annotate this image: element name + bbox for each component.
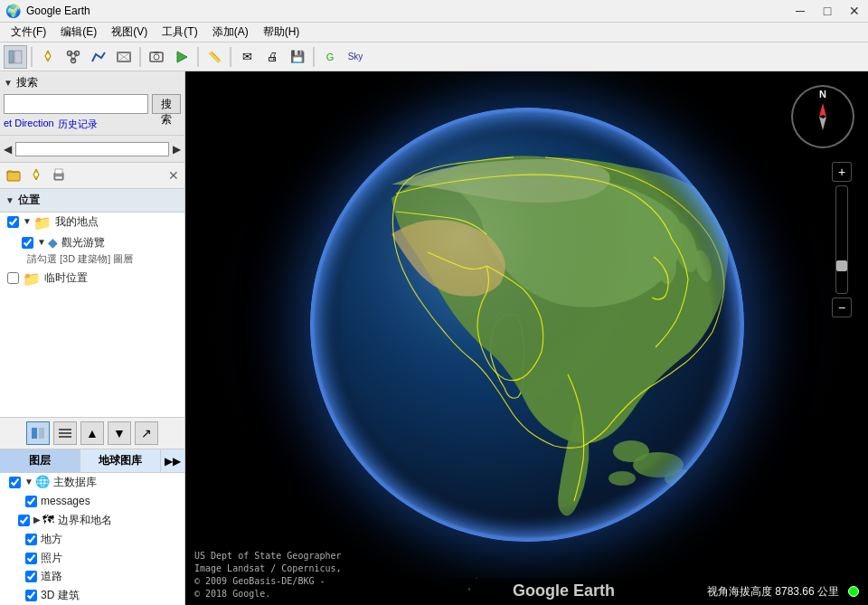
layer-roads-checkbox[interactable] — [25, 571, 37, 582]
layer-photos-label: 照片 — [41, 551, 62, 566]
compass-ring: N — [791, 85, 854, 148]
toolbar-btn-path[interactable] — [87, 45, 110, 69]
toolbar-btn-tour[interactable] — [170, 45, 193, 69]
toolbar-btn-measure[interactable]: 📏 — [203, 45, 226, 69]
menu-view[interactable]: 视图(V) — [104, 23, 155, 42]
places-view-button[interactable] — [26, 421, 50, 445]
titlebar-left: 🌍 Google Earth — [0, 4, 90, 18]
toolbar-btn-print[interactable]: 🖨 — [260, 45, 284, 69]
layer-messages[interactable]: messages — [0, 492, 184, 511]
layer-borders-checkbox[interactable] — [18, 515, 30, 526]
tour-expand-icon[interactable]: ▼ — [37, 237, 46, 247]
scroll-track[interactable] — [15, 142, 169, 156]
zoom-track[interactable] — [835, 185, 848, 294]
layer-places-label: 地方 — [41, 532, 62, 547]
menu-help[interactable]: 帮助(H) — [256, 23, 307, 42]
layer-roads[interactable]: 道路 — [0, 567, 184, 586]
menu-add[interactable]: 添加(A) — [205, 23, 256, 42]
get-direction-link[interactable]: et Direction — [4, 118, 54, 131]
toolbar-btn-save[interactable]: 💾 — [286, 45, 309, 69]
add-placemark-panel-button[interactable] — [26, 165, 46, 185]
zoom-in-button[interactable]: + — [832, 162, 852, 182]
search-header: ▼ 搜索 — [4, 75, 181, 90]
layers-content: ▼ 🌐 主数据库 messages ▶ 🗺 边界和地名 地方 — [0, 473, 184, 605]
panel-toggle-button[interactable] — [4, 45, 27, 69]
toolbar-btn-email[interactable]: ✉ — [235, 45, 259, 69]
scroll-right-button[interactable]: ▶ — [171, 141, 183, 157]
tour-item[interactable]: ▼ ◆ 觀光游覽 — [0, 233, 184, 252]
panel-close-button[interactable]: ✕ — [166, 168, 181, 183]
temp-item[interactable]: 📁 临时位置 — [0, 269, 184, 289]
svg-rect-1 — [14, 51, 22, 63]
print-panel-button[interactable] — [49, 165, 69, 185]
toolbar-btn-g2[interactable]: G — [318, 45, 342, 69]
svg-point-31 — [679, 495, 701, 507]
status-indicator-dot — [848, 586, 859, 597]
search-button[interactable]: 搜索 — [152, 94, 181, 114]
my-places-item[interactable]: ▼ 📁 我的地点 — [0, 213, 184, 233]
search-input[interactable] — [4, 94, 148, 114]
my-places-checkbox[interactable] — [7, 216, 19, 228]
navigation-compass[interactable]: N — [787, 80, 859, 153]
maximize-button[interactable]: □ — [814, 0, 841, 23]
svg-rect-24 — [59, 436, 71, 438]
globe[interactable] — [310, 108, 744, 542]
tour-checkbox[interactable] — [22, 237, 33, 249]
layer-places-checkbox[interactable] — [25, 534, 37, 545]
history-link[interactable]: 历史记录 — [58, 118, 98, 131]
toolbar-btn-polygon[interactable] — [61, 45, 85, 69]
temp-checkbox[interactable] — [7, 272, 19, 284]
layer-main-db-expand[interactable]: ▼ — [24, 477, 33, 487]
layer-borders[interactable]: ▶ 🗺 边界和地名 — [0, 511, 184, 530]
menu-edit[interactable]: 编辑(E) — [53, 23, 104, 42]
layer-3d-buildings-checkbox[interactable] — [25, 590, 37, 601]
svg-point-38 — [310, 108, 744, 542]
move-up-button[interactable]: ▲ — [80, 421, 104, 445]
menu-file[interactable]: 文件(F) — [4, 23, 53, 42]
layer-main-db-checkbox[interactable] — [9, 477, 21, 488]
svg-point-16 — [34, 173, 38, 176]
zoom-thumb[interactable] — [836, 260, 847, 271]
layer-borders-expand[interactable]: ▶ — [33, 515, 41, 525]
menu-tools[interactable]: 工具(T) — [155, 23, 204, 42]
new-folder-button[interactable] — [4, 165, 24, 185]
gallery-tab[interactable]: 地球图库 — [80, 449, 161, 472]
map-area[interactable]: N + − US Dept of State Geographer Image … — [185, 71, 868, 605]
list-view-button[interactable] — [53, 421, 77, 445]
my-places-folder-icon: 📁 — [33, 214, 52, 232]
toolbar-btn-overlay[interactable] — [112, 45, 136, 69]
svg-rect-20 — [32, 428, 37, 439]
search-collapse-arrow[interactable]: ▼ — [4, 78, 13, 88]
zoom-out-button[interactable]: − — [832, 298, 852, 317]
attribution-line-1: US Dept of State Geographer — [194, 550, 342, 562]
toolbar: 📏 ✉ 🖨 💾 G Sky — [0, 43, 868, 71]
layer-photos-checkbox[interactable] — [25, 553, 37, 564]
attribution-text: US Dept of State Geographer Image Landsa… — [194, 550, 342, 600]
layers-tab[interactable]: 图层 — [0, 449, 80, 472]
scroll-left-button[interactable]: ◀ — [2, 141, 14, 157]
expand-button[interactable]: ↗ — [135, 421, 158, 445]
move-down-button[interactable]: ▼ — [108, 421, 131, 445]
layers-expand-icon[interactable]: ▶▶ — [161, 451, 184, 471]
toolbar-sep-1 — [31, 47, 33, 67]
close-button[interactable]: ✕ — [841, 0, 868, 23]
layer-messages-label: messages — [41, 494, 90, 509]
search-label: 搜索 — [16, 75, 38, 90]
titlebar: 🌍 Google Earth ─ □ ✕ — [0, 0, 868, 23]
minimize-button[interactable]: ─ — [787, 0, 814, 23]
places-header[interactable]: ▼ 位置 — [0, 189, 184, 213]
layer-main-db[interactable]: ▼ 🌐 主数据库 — [0, 473, 184, 492]
layer-photos[interactable]: 照片 — [0, 549, 184, 568]
layer-places[interactable]: 地方 — [0, 530, 184, 549]
toolbar-btn-photo[interactable] — [145, 45, 168, 69]
my-places-label: 我的地点 — [55, 214, 99, 230]
svg-rect-18 — [55, 176, 62, 179]
toolbar-btn-sky[interactable]: Sky — [344, 45, 367, 69]
layer-messages-checkbox[interactable] — [25, 496, 37, 507]
toolbar-btn-placemark[interactable] — [36, 45, 60, 69]
altitude-display: 视角海拔高度 8783.66 公里 — [707, 584, 839, 600]
menubar: 文件(F) 编辑(E) 视图(V) 工具(T) 添加(A) 帮助(H) — [0, 23, 868, 43]
layer-3d-buildings[interactable]: 3D 建筑 — [0, 586, 184, 605]
my-places-expand-icon[interactable]: ▼ — [23, 216, 32, 226]
search-row: 搜索 — [4, 94, 181, 114]
